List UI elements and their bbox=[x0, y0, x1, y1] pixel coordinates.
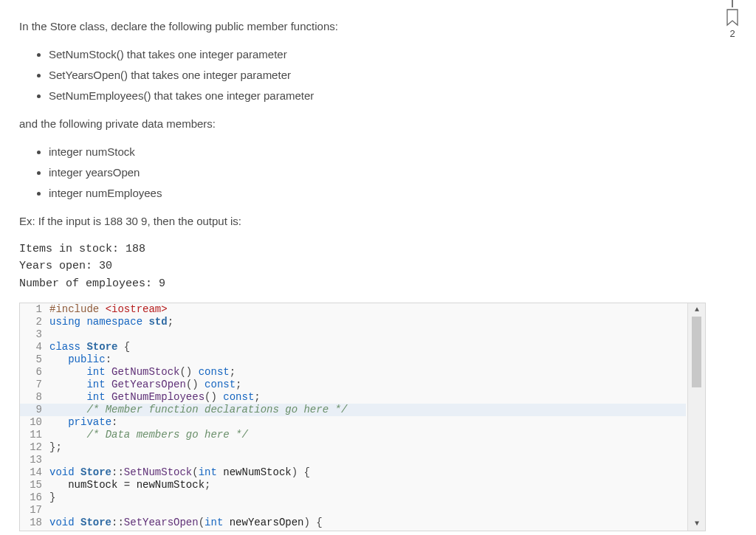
code-line[interactable]: 9 /* Member function declarations go her… bbox=[20, 404, 686, 416]
line-number: 3 bbox=[20, 328, 47, 341]
line-number: 4 bbox=[20, 341, 47, 353]
code-content[interactable] bbox=[47, 504, 49, 517]
code-content[interactable]: /* Member function declarations go here … bbox=[47, 404, 347, 416]
code-line[interactable]: 1#include <iostream> bbox=[20, 303, 686, 316]
line-number: 14 bbox=[20, 466, 47, 479]
private-members-list: integer numStock integer yearsOpen integ… bbox=[19, 143, 707, 202]
code-line[interactable]: 7 int GetYearsOpen() const; bbox=[20, 379, 686, 391]
code-content[interactable]: void Store::SetYearsOpen(int newYearsOpe… bbox=[47, 517, 323, 529]
list-item: SetNumStock() that takes one integer par… bbox=[49, 46, 707, 63]
code-content[interactable]: int GetNumStock() const; bbox=[47, 366, 236, 379]
line-number: 18 bbox=[20, 517, 47, 529]
output-line: Years open: 30 bbox=[19, 258, 707, 275]
code-content[interactable]: class Store { bbox=[47, 341, 130, 353]
code-body[interactable]: 1#include <iostream>2using namespace std… bbox=[20, 303, 686, 531]
output-line: Number of employees: 9 bbox=[19, 275, 707, 292]
example-output: Items in stock: 188 Years open: 30 Numbe… bbox=[19, 241, 707, 292]
code-editor[interactable]: 1#include <iostream>2using namespace std… bbox=[19, 303, 706, 531]
line-number: 7 bbox=[20, 379, 47, 391]
list-item: integer yearsOpen bbox=[49, 164, 707, 182]
code-content[interactable]: int GetYearsOpen() const; bbox=[47, 379, 242, 391]
line-number: 8 bbox=[20, 391, 47, 404]
code-line[interactable]: 8 int GetNumEmployees() const; bbox=[20, 391, 686, 404]
list-item: integer numStock bbox=[49, 143, 707, 161]
code-line[interactable]: 13 bbox=[20, 454, 686, 466]
code-line[interactable]: 4class Store { bbox=[20, 341, 686, 353]
line-number: 15 bbox=[20, 479, 47, 491]
code-line[interactable]: 14void Store::SetNumStock(int newNumStoc… bbox=[20, 466, 686, 479]
code-line[interactable]: 2using namespace std; bbox=[20, 316, 686, 328]
code-content[interactable]: numStock = newNumStock; bbox=[47, 479, 210, 491]
line-number: 12 bbox=[20, 441, 47, 454]
code-line[interactable]: 3 bbox=[20, 328, 686, 341]
output-line: Items in stock: 188 bbox=[19, 241, 707, 258]
bookmark-widget: 2 bbox=[722, 0, 743, 39]
code-line[interactable]: 16} bbox=[20, 491, 686, 504]
code-line[interactable]: 15 numStock = newNumStock; bbox=[20, 479, 686, 491]
line-number: 16 bbox=[20, 491, 47, 504]
code-content[interactable]: using namespace std; bbox=[47, 316, 173, 328]
line-number: 11 bbox=[20, 429, 47, 441]
code-line[interactable]: 17 bbox=[20, 504, 686, 517]
bookmark-tick bbox=[732, 0, 733, 7]
list-item: SetNumEmployees() that takes one integer… bbox=[49, 87, 707, 105]
code-content[interactable]: /* Data members go here */ bbox=[47, 429, 248, 441]
line-number: 2 bbox=[20, 316, 47, 328]
code-content[interactable]: }; bbox=[47, 441, 62, 454]
member-functions-list: SetNumStock() that takes one integer par… bbox=[19, 46, 707, 105]
code-line[interactable]: 11 /* Data members go here */ bbox=[20, 429, 686, 441]
code-line[interactable]: 5 public: bbox=[20, 353, 686, 366]
code-content[interactable]: #include <iostream> bbox=[47, 303, 168, 316]
bookmark-count: 2 bbox=[729, 28, 735, 39]
line-number: 5 bbox=[20, 353, 47, 366]
code-line[interactable]: 10 private: bbox=[20, 416, 686, 429]
line-number: 17 bbox=[20, 504, 47, 517]
scroll-thumb[interactable] bbox=[692, 317, 701, 387]
code-content[interactable]: public: bbox=[47, 353, 111, 366]
code-content[interactable] bbox=[47, 328, 49, 341]
scroll-down-arrow-icon[interactable]: ▼ bbox=[688, 517, 706, 531]
line-number: 1 bbox=[20, 303, 47, 316]
line-number: 10 bbox=[20, 416, 47, 429]
code-content[interactable]: void Store::SetNumStock(int newNumStock)… bbox=[47, 466, 310, 479]
line-number: 6 bbox=[20, 366, 47, 379]
code-line[interactable]: 12}; bbox=[20, 441, 686, 454]
list-item: integer numEmployees bbox=[49, 184, 707, 202]
question-prompt: In the Store class, declare the followin… bbox=[19, 18, 707, 292]
example-lead: Ex: If the input is 188 30 9, then the o… bbox=[19, 213, 707, 230]
code-line[interactable]: 6 int GetNumStock() const; bbox=[20, 366, 686, 379]
list-item: SetYearsOpen() that takes one integer pa… bbox=[49, 66, 707, 84]
line-number: 9 bbox=[20, 404, 47, 416]
code-line[interactable]: 18void Store::SetYearsOpen(int newYearsO… bbox=[20, 517, 686, 529]
prompt-intro: In the Store class, declare the followin… bbox=[19, 18, 707, 35]
code-content[interactable]: int GetNumEmployees() const; bbox=[47, 391, 261, 404]
code-content[interactable]: private: bbox=[47, 416, 117, 429]
scroll-up-arrow-icon[interactable]: ▲ bbox=[688, 303, 706, 317]
line-number: 13 bbox=[20, 454, 47, 466]
vertical-scrollbar[interactable]: ▲ ▼ bbox=[687, 303, 705, 531]
private-intro: and the following private data members: bbox=[19, 115, 707, 133]
code-content[interactable]: } bbox=[47, 491, 55, 504]
code-content[interactable] bbox=[47, 454, 49, 466]
bookmark-icon[interactable] bbox=[725, 9, 740, 27]
